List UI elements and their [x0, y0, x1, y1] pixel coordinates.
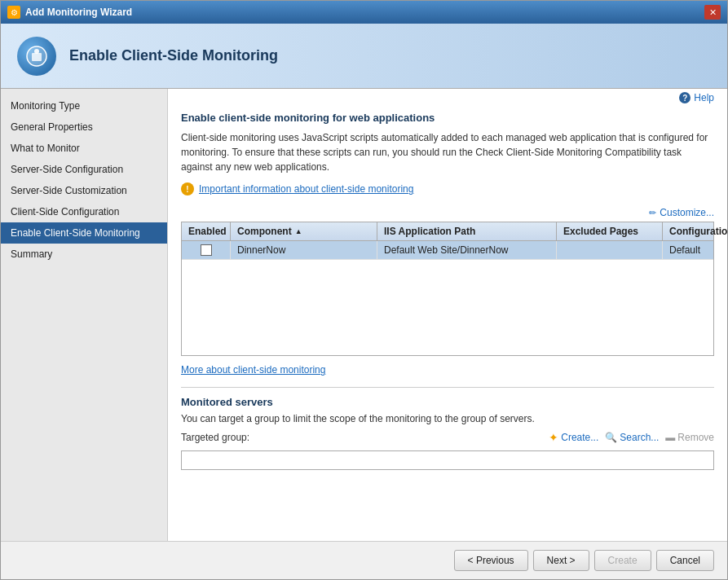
- wizard-window: ⚙ Add Monitoring Wizard ✕ Enable Client-…: [0, 0, 728, 580]
- row-component: DinnerNow: [231, 241, 377, 259]
- pencil-icon: ✏: [649, 208, 656, 218]
- svg-point-2: [34, 49, 39, 54]
- sidebar-item-summary[interactable]: Summary: [1, 244, 167, 265]
- sidebar-item-monitoring-type[interactable]: Monitoring Type: [1, 95, 167, 116]
- targeted-label: Targeted group:: [181, 432, 249, 443]
- row-excluded-pages: [557, 241, 663, 259]
- previous-button[interactable]: < Previous: [454, 550, 528, 571]
- sidebar-item-what-to-monitor[interactable]: What to Monitor: [1, 138, 167, 159]
- content-area: ? Help Enable client-side monitoring for…: [168, 89, 727, 541]
- col-configuration: Configuration: [663, 222, 727, 240]
- sidebar-item-server-side-customization[interactable]: Server-Side Customization: [1, 180, 167, 201]
- info-icon: !: [181, 182, 194, 196]
- header: Enable Client-Side Monitoring: [1, 24, 727, 89]
- content-inner: Enable client-side monitoring for web ap…: [168, 103, 727, 541]
- col-component: Component ▲: [231, 222, 377, 240]
- table-header: Enabled Component ▲ IIS Application Path…: [182, 222, 713, 241]
- row-enabled[interactable]: [182, 241, 231, 259]
- col-excluded-pages: Excluded Pages: [557, 222, 663, 240]
- remove-icon: ▬: [665, 432, 675, 443]
- bottom-bar: < Previous Next > Create Cancel: [1, 541, 727, 579]
- help-row: ? Help: [168, 89, 727, 103]
- search-button[interactable]: 🔍 Search...: [605, 431, 659, 444]
- info-link[interactable]: Important information about client-side …: [199, 183, 413, 195]
- component-table: Enabled Component ▲ IIS Application Path…: [181, 222, 714, 356]
- create-footer-button[interactable]: Create: [594, 550, 651, 571]
- section-title: Enable client-side monitoring for web ap…: [181, 112, 714, 124]
- more-link[interactable]: More about client-side monitoring: [181, 364, 325, 376]
- title-bar-text: Add Monitoring Wizard: [25, 7, 704, 18]
- row-configuration: Default: [663, 241, 727, 259]
- sidebar: Monitoring Type General Properties What …: [1, 89, 168, 541]
- create-button[interactable]: ✦ Create...: [549, 431, 598, 444]
- table-row[interactable]: DinnerNow Default Web Site/DinnerNow Def…: [182, 241, 713, 260]
- help-icon: ?: [679, 92, 690, 103]
- col-enabled: Enabled: [182, 222, 231, 240]
- close-button[interactable]: ✕: [704, 5, 721, 20]
- create-icon: ✦: [549, 431, 558, 444]
- customize-row: ✏ Customize...: [181, 207, 714, 218]
- col-iis-path: IIS Application Path: [377, 222, 557, 240]
- next-button[interactable]: Next >: [533, 550, 589, 571]
- header-icon: [17, 37, 56, 76]
- title-bar-icon: ⚙: [7, 6, 20, 19]
- customize-button[interactable]: ✏ Customize...: [649, 207, 714, 218]
- help-label: Help: [694, 92, 714, 103]
- monitored-section: Monitored servers You can target a group…: [181, 387, 714, 470]
- remove-button[interactable]: ▬ Remove: [665, 431, 714, 444]
- row-iis-path: Default Web Site/DinnerNow: [377, 241, 557, 259]
- info-link-row: ! Important information about client-sid…: [181, 182, 714, 196]
- main-content: Monitoring Type General Properties What …: [1, 89, 727, 541]
- sidebar-item-enable-client-side-monitoring[interactable]: Enable Client-Side Monitoring: [1, 222, 167, 244]
- sort-icon: ▲: [295, 227, 302, 235]
- monitored-description: You can target a group to limit the scop…: [181, 413, 714, 424]
- targeted-group-input[interactable]: [181, 450, 714, 470]
- targeted-actions: ✦ Create... 🔍 Search... ▬ Remove: [549, 431, 714, 444]
- search-icon: 🔍: [605, 432, 617, 443]
- sidebar-item-server-side-configuration[interactable]: Server-Side Configuration: [1, 159, 167, 180]
- sidebar-item-general-properties[interactable]: General Properties: [1, 116, 167, 138]
- description: Client-side monitoring uses JavaScript s…: [181, 130, 714, 174]
- cancel-button[interactable]: Cancel: [656, 550, 714, 571]
- svg-rect-1: [32, 53, 42, 61]
- title-bar: ⚙ Add Monitoring Wizard ✕: [1, 1, 727, 24]
- table-body: DinnerNow Default Web Site/DinnerNow Def…: [182, 241, 713, 355]
- monitored-title: Monitored servers: [181, 396, 714, 408]
- help-link[interactable]: ? Help: [679, 92, 714, 103]
- more-link-row: More about client-side monitoring: [181, 364, 714, 376]
- header-title: Enable Client-Side Monitoring: [69, 47, 278, 64]
- targeted-row: Targeted group: ✦ Create... 🔍 Search...: [181, 431, 714, 444]
- sidebar-item-client-side-configuration[interactable]: Client-Side Configuration: [1, 201, 167, 222]
- checkbox-icon[interactable]: [201, 244, 212, 256]
